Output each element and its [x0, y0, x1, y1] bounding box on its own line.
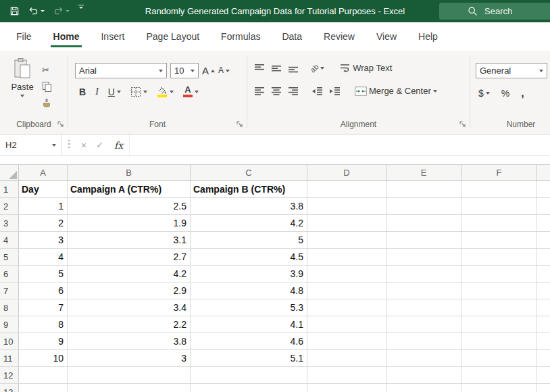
cell-C11[interactable]: 5.1	[191, 350, 307, 367]
cell-D12[interactable]	[307, 367, 386, 384]
cell-C2[interactable]: 3.8	[191, 198, 307, 215]
font-name-select[interactable]: Arial	[75, 63, 167, 78]
row-header-13[interactable]: 13	[0, 384, 19, 392]
tab-page-layout[interactable]: Page Layout	[135, 22, 210, 51]
cell-A5[interactable]: 4	[19, 249, 68, 266]
cell-D7[interactable]	[307, 283, 386, 299]
cell-B1[interactable]: Campaign A (CTR%)	[68, 181, 191, 198]
copy-button[interactable]	[42, 81, 52, 92]
cell-B10[interactable]: 3.8	[68, 333, 191, 350]
cell-E9[interactable]	[386, 316, 461, 333]
row-header-6[interactable]: 6	[0, 266, 19, 283]
cell-C6[interactable]: 3.9	[191, 266, 307, 283]
cell-F7[interactable]	[461, 283, 537, 299]
format-painter-button[interactable]	[42, 98, 51, 109]
cell-F13[interactable]	[461, 384, 537, 392]
cell-B5[interactable]: 2.7	[68, 249, 191, 266]
cell-E13[interactable]	[386, 384, 461, 392]
cell-F2[interactable]	[461, 198, 537, 215]
cell-E2[interactable]	[386, 198, 461, 215]
borders-button[interactable]	[130, 87, 147, 97]
cell-E8[interactable]	[386, 299, 461, 316]
cell-F6[interactable]	[461, 266, 537, 283]
cell-A12[interactable]	[19, 367, 68, 384]
cell-D8[interactable]	[307, 299, 386, 316]
cell-A11[interactable]: 10	[19, 350, 68, 367]
accounting-format-button[interactable]: $	[478, 88, 490, 99]
font-size-select[interactable]: 10	[170, 63, 199, 78]
cell-E5[interactable]	[386, 249, 461, 266]
tab-data[interactable]: Data	[271, 22, 313, 51]
cell-B9[interactable]: 2.2	[68, 316, 191, 333]
cell-A10[interactable]: 9	[19, 333, 68, 350]
column-header-A[interactable]: A	[19, 165, 68, 181]
cell-B4[interactable]: 3.1	[68, 232, 191, 249]
cell-E10[interactable]	[386, 333, 461, 350]
cell-E6[interactable]	[386, 266, 461, 283]
align-right-button[interactable]	[288, 87, 299, 96]
search-box[interactable]: Search	[439, 3, 550, 20]
top-align-button[interactable]	[254, 64, 265, 73]
row-header-11[interactable]: 11	[0, 350, 19, 367]
row-header-8[interactable]: 8	[0, 299, 19, 316]
cell-D9[interactable]	[307, 316, 386, 333]
bottom-align-button[interactable]	[288, 64, 299, 73]
row-header-9[interactable]: 9	[0, 316, 19, 333]
row-header-2[interactable]: 2	[0, 198, 19, 215]
cell-D5[interactable]	[307, 249, 386, 266]
cell-B13[interactable]	[68, 384, 191, 392]
italic-button[interactable]: I	[95, 87, 99, 97]
cell-E3[interactable]	[386, 215, 461, 232]
tab-home[interactable]: Home	[43, 22, 91, 51]
cell-F4[interactable]	[461, 232, 537, 249]
number-format-select[interactable]: General	[476, 63, 547, 78]
cell-F9[interactable]	[461, 316, 537, 333]
cell-D10[interactable]	[307, 333, 386, 350]
tab-review[interactable]: Review	[313, 22, 366, 51]
row-header-3[interactable]: 3	[0, 215, 19, 232]
cancel-button[interactable]: ×	[81, 140, 86, 151]
cell-A13[interactable]	[19, 384, 68, 392]
cell-D13[interactable]	[307, 384, 386, 392]
cell-B3[interactable]: 1.9	[68, 215, 191, 232]
row-header-12[interactable]: 12	[0, 367, 19, 384]
underline-button[interactable]: U	[108, 87, 121, 97]
percent-style-button[interactable]: %	[501, 88, 509, 99]
cell-C8[interactable]: 5.3	[191, 299, 307, 316]
row-header-7[interactable]: 7	[0, 283, 19, 299]
cell-C3[interactable]: 4.2	[191, 215, 307, 232]
tab-help[interactable]: Help	[407, 22, 449, 51]
alignment-dialog-launcher[interactable]	[459, 120, 467, 128]
undo-button[interactable]	[28, 5, 45, 18]
column-header-B[interactable]: B	[68, 165, 191, 181]
increase-indent-button[interactable]	[329, 87, 341, 96]
tab-file[interactable]: File	[5, 22, 43, 51]
cell-F1[interactable]	[461, 181, 537, 198]
cell-C5[interactable]: 4.5	[191, 249, 307, 266]
cell-B2[interactable]: 2.5	[68, 198, 191, 215]
row-header-1[interactable]: 1	[0, 181, 19, 198]
cell-F8[interactable]	[461, 299, 537, 316]
cell-D6[interactable]	[307, 266, 386, 283]
insert-function-button[interactable]: fx	[114, 140, 123, 151]
fill-color-button[interactable]	[157, 86, 174, 97]
row-header-10[interactable]: 10	[0, 333, 19, 350]
center-button[interactable]	[271, 87, 282, 96]
cell-C13[interactable]	[191, 384, 307, 392]
wrap-text-button[interactable]: Wrap Text	[340, 63, 392, 73]
cell-E4[interactable]	[386, 232, 461, 249]
formula-input[interactable]	[129, 134, 550, 155]
cell-D3[interactable]	[307, 215, 386, 232]
cell-A8[interactable]: 7	[19, 299, 68, 316]
middle-align-button[interactable]	[271, 64, 282, 73]
select-all-button[interactable]	[0, 165, 19, 181]
clipboard-dialog-launcher[interactable]	[57, 120, 65, 128]
tab-view[interactable]: View	[366, 22, 407, 51]
tab-formulas[interactable]: Formulas	[210, 22, 271, 51]
cell-F5[interactable]	[461, 249, 537, 266]
paste-button[interactable]: Paste	[7, 57, 38, 97]
column-header-D[interactable]: D	[307, 165, 386, 181]
row-header-5[interactable]: 5	[0, 249, 19, 266]
bold-button[interactable]: B	[79, 87, 86, 97]
cell-B7[interactable]: 2.9	[68, 283, 191, 299]
